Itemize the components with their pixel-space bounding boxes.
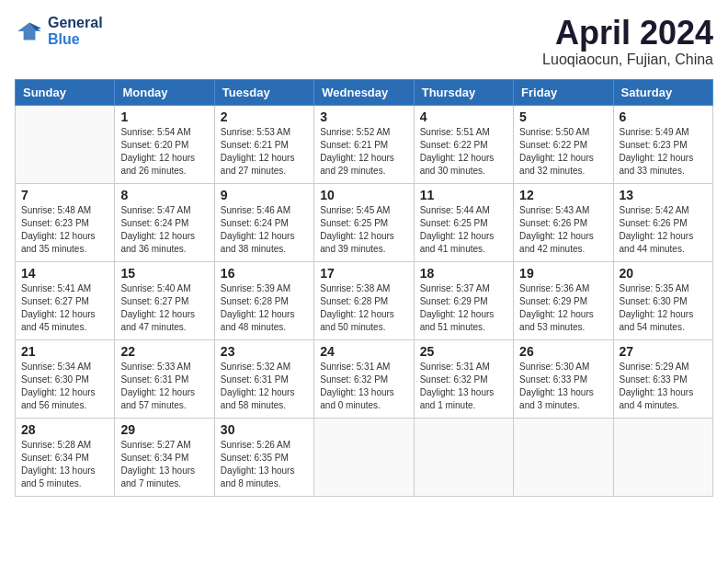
day-info-line: Daylight: 12 hours (21, 309, 96, 319)
day-number: 17 (320, 266, 407, 281)
day-number: 10 (320, 188, 407, 202)
day-info-line: and 44 minutes. (620, 244, 685, 254)
day-info-line: Sunset: 6:31 PM (221, 374, 289, 385)
calendar-day-cell: 18Sunrise: 5:37 AMSunset: 6:29 PMDayligh… (414, 261, 513, 339)
day-info-line: and 3 minutes. (519, 400, 580, 410)
day-info-line: Daylight: 12 hours (620, 153, 694, 163)
day-info-line: Sunrise: 5:35 AM (620, 283, 689, 293)
day-info-line: and 30 minutes. (420, 166, 485, 176)
day-info-line: and 58 minutes. (221, 400, 286, 410)
day-info-line: and 7 minutes. (120, 478, 181, 488)
day-info-line: Daylight: 12 hours (320, 153, 394, 163)
day-info-line: Daylight: 12 hours (519, 231, 594, 241)
day-info-line: and 54 minutes. (620, 322, 685, 332)
calendar-day-cell (514, 418, 613, 496)
day-info-line: Sunset: 6:20 PM (120, 140, 188, 150)
calendar-header-row: SundayMondayTuesdayWednesdayThursdayFrid… (16, 79, 713, 105)
calendar-day-cell: 28Sunrise: 5:28 AMSunset: 6:34 PMDayligh… (16, 418, 115, 496)
calendar-day-cell: 29Sunrise: 5:27 AMSunset: 6:34 PMDayligh… (115, 418, 214, 496)
month-title: April 2024 (542, 15, 713, 52)
day-info-line: and 0 minutes. (320, 400, 381, 410)
day-info-line: and 45 minutes. (21, 322, 86, 332)
calendar-day-cell: 22Sunrise: 5:33 AMSunset: 6:31 PMDayligh… (115, 339, 214, 418)
day-info: Sunrise: 5:50 AMSunset: 6:22 PMDaylight:… (519, 126, 607, 178)
day-info-line: Daylight: 12 hours (320, 309, 394, 319)
day-info-line: Sunrise: 5:39 AM (221, 283, 290, 293)
calendar-day-cell (16, 105, 115, 183)
day-info-line: and 5 minutes. (21, 478, 82, 488)
day-number: 14 (21, 266, 108, 281)
day-info-line: and 57 minutes. (120, 400, 186, 410)
day-info-line: Sunset: 6:22 PM (420, 140, 488, 150)
calendar-day-cell (613, 418, 712, 496)
day-info-line: Sunrise: 5:46 AM (221, 205, 290, 215)
day-number: 8 (120, 188, 208, 202)
day-info-line: Sunset: 6:34 PM (21, 453, 89, 463)
day-info: Sunrise: 5:32 AMSunset: 6:31 PMDaylight:… (221, 361, 308, 412)
calendar-weekday-header: Saturday (613, 79, 712, 105)
calendar-day-cell: 26Sunrise: 5:30 AMSunset: 6:33 PMDayligh… (514, 339, 613, 418)
day-info-line: Daylight: 12 hours (221, 153, 295, 163)
day-number: 27 (620, 344, 707, 359)
calendar-day-cell: 20Sunrise: 5:35 AMSunset: 6:30 PMDayligh… (613, 261, 712, 339)
day-info-line: Sunrise: 5:45 AM (320, 205, 390, 215)
calendar-day-cell: 13Sunrise: 5:42 AMSunset: 6:26 PMDayligh… (613, 183, 712, 261)
day-info-line: Daylight: 12 hours (519, 309, 594, 319)
day-info: Sunrise: 5:26 AMSunset: 6:35 PMDaylight:… (221, 439, 308, 490)
day-number: 15 (120, 266, 208, 281)
day-info: Sunrise: 5:49 AMSunset: 6:23 PMDaylight:… (620, 126, 707, 178)
day-info-line: and 38 minutes. (221, 244, 286, 254)
day-info: Sunrise: 5:54 AMSunset: 6:20 PMDaylight:… (120, 126, 208, 178)
day-info-line: Sunset: 6:26 PM (620, 218, 688, 228)
day-info-line: Sunset: 6:25 PM (320, 218, 388, 228)
calendar-day-cell (314, 418, 414, 496)
day-info-line: Sunrise: 5:38 AM (320, 283, 390, 293)
day-info: Sunrise: 5:41 AMSunset: 6:27 PMDaylight:… (21, 282, 108, 334)
day-info-line: and 29 minutes. (320, 166, 385, 176)
day-info-line: Sunset: 6:21 PM (221, 140, 289, 150)
calendar-day-cell: 8Sunrise: 5:47 AMSunset: 6:24 PMDaylight… (115, 183, 214, 261)
day-info-line: Sunset: 6:31 PM (120, 374, 188, 385)
calendar-day-cell: 21Sunrise: 5:34 AMSunset: 6:30 PMDayligh… (16, 339, 115, 418)
day-info-line: and 41 minutes. (420, 244, 485, 254)
day-number: 9 (221, 188, 308, 202)
day-info: Sunrise: 5:42 AMSunset: 6:26 PMDaylight:… (620, 204, 707, 256)
day-info-line: and 27 minutes. (221, 166, 286, 176)
day-info-line: Sunset: 6:24 PM (120, 218, 188, 228)
day-info: Sunrise: 5:33 AMSunset: 6:31 PMDaylight:… (120, 361, 208, 412)
day-info: Sunrise: 5:36 AMSunset: 6:29 PMDaylight:… (519, 282, 607, 334)
day-info: Sunrise: 5:28 AMSunset: 6:34 PMDaylight:… (21, 439, 108, 490)
calendar-day-cell: 24Sunrise: 5:31 AMSunset: 6:32 PMDayligh… (314, 339, 414, 418)
day-info-line: Sunset: 6:24 PM (221, 218, 289, 228)
day-number: 16 (221, 266, 308, 281)
day-info-line: and 47 minutes. (120, 322, 186, 332)
calendar-day-cell: 4Sunrise: 5:51 AMSunset: 6:22 PMDaylight… (414, 105, 513, 183)
day-info-line: and 8 minutes. (221, 478, 281, 488)
day-info-line: and 26 minutes. (120, 166, 186, 176)
day-info: Sunrise: 5:53 AMSunset: 6:21 PMDaylight:… (221, 126, 308, 178)
day-info-line: Sunrise: 5:50 AM (519, 127, 589, 137)
day-info-line: Sunset: 6:29 PM (420, 296, 488, 306)
day-info-line: Daylight: 12 hours (21, 387, 96, 397)
day-info-line: Daylight: 12 hours (519, 153, 594, 163)
calendar-weekday-header: Monday (115, 79, 214, 105)
calendar-week-row: 21Sunrise: 5:34 AMSunset: 6:30 PMDayligh… (16, 339, 713, 418)
calendar-day-cell: 2Sunrise: 5:53 AMSunset: 6:21 PMDaylight… (214, 105, 313, 183)
day-info-line: Sunrise: 5:54 AM (120, 127, 190, 137)
day-info: Sunrise: 5:38 AMSunset: 6:28 PMDaylight:… (320, 282, 407, 334)
day-info: Sunrise: 5:52 AMSunset: 6:21 PMDaylight:… (320, 126, 407, 178)
day-info-line: Sunrise: 5:27 AM (120, 440, 190, 450)
day-number: 12 (519, 188, 607, 202)
calendar-day-cell: 5Sunrise: 5:50 AMSunset: 6:22 PMDaylight… (514, 105, 613, 183)
day-number: 2 (221, 109, 308, 124)
day-info-line: Daylight: 13 hours (320, 387, 394, 397)
logo: General Blue (15, 15, 103, 47)
day-info: Sunrise: 5:37 AMSunset: 6:29 PMDaylight:… (420, 282, 507, 334)
logo-bird-icon (15, 17, 44, 46)
day-info-line: Sunrise: 5:37 AM (420, 283, 490, 293)
day-info-line: Sunrise: 5:34 AM (21, 362, 91, 372)
day-info-line: and 48 minutes. (221, 322, 286, 332)
day-number: 22 (120, 344, 208, 359)
day-number: 23 (221, 344, 308, 359)
day-info-line: Sunset: 6:33 PM (519, 374, 587, 385)
